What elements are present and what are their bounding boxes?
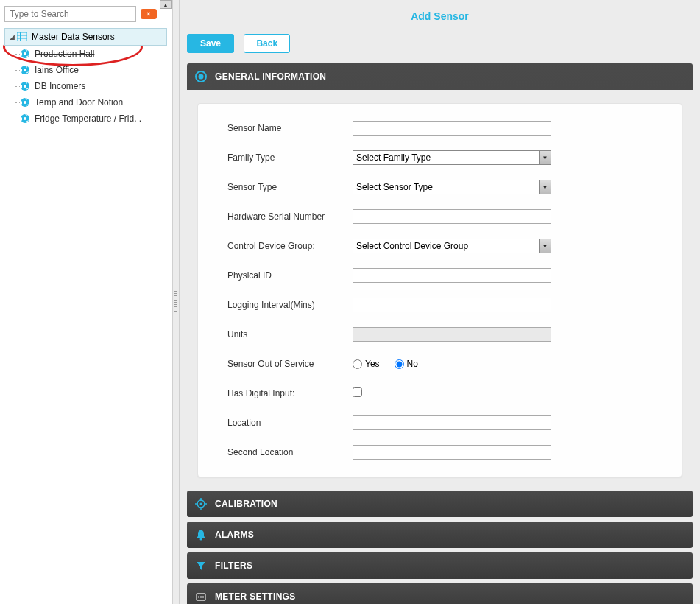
row-sensor-type: Sensor Type Select Sensor Type (227, 179, 660, 195)
select-control-device-group-value: Select Control Device Group (356, 241, 468, 251)
svg-point-12 (24, 101, 26, 104)
row-has-digital-input: Has Digital Input: (227, 385, 660, 401)
input-logging-interval[interactable] (353, 298, 551, 312)
radio-out-of-service-no[interactable] (395, 359, 404, 369)
tree-item-label: DB Incomers (35, 81, 85, 91)
select-sensor-type-value: Select Sensor Type (356, 182, 433, 192)
tree-item-label: Fridge Temperature / Frid. . (35, 113, 141, 124)
panel-general-information: GENERAL INFORMATION Sensor Name Family T… (187, 63, 693, 486)
tree-root-master-data-sensors[interactable]: ◢ Master Data Sensors (4, 28, 167, 46)
panel-header-alarms[interactable]: ALARMS (187, 522, 693, 548)
clear-search-button[interactable]: × (141, 9, 157, 19)
label-physical-id: Physical ID (227, 270, 353, 281)
tree-children: Production Hall Iains Office DB Incomers… (15, 46, 167, 127)
select-control-device-group[interactable]: Select Control Device Group (353, 239, 551, 253)
input-physical-id[interactable] (353, 268, 551, 283)
input-units (353, 327, 551, 342)
select-sensor-type[interactable]: Select Sensor Type (353, 180, 551, 194)
panel-title-filters: FILTERS (215, 561, 252, 571)
label-has-digital-input: Has Digital Input: (227, 388, 353, 398)
panel-title-calibration: CALIBRATION (215, 499, 277, 509)
label-sensor-type: Sensor Type (227, 182, 353, 192)
row-out-of-service: Sensor Out of Service Yes No (227, 356, 660, 372)
radio-out-of-service-yes[interactable] (353, 359, 362, 369)
grid-icon (17, 32, 27, 41)
tree-root-label: Master Data Sensors (32, 32, 115, 42)
label-sensor-name: Sensor Name (227, 123, 353, 133)
page-title: Add Sensor (187, 0, 693, 34)
sidebar: × ◢ Master Data Sensors Production Hall (0, 0, 172, 604)
sensor-icon (20, 65, 30, 75)
panel-body-general: Sensor Name Family Type Select Family Ty… (187, 90, 693, 486)
svg-point-8 (24, 69, 26, 71)
row-logging-interval: Logging Interval(Mins) (227, 297, 660, 313)
svg-rect-0 (17, 32, 27, 41)
radio-label-yes: Yes (365, 359, 380, 369)
row-control-device-group: Control Device Group: Select Control Dev… (227, 238, 660, 254)
input-sensor-name[interactable] (353, 121, 551, 136)
collapse-icon[interactable]: ◢ (8, 33, 15, 41)
svg-point-16 (199, 74, 204, 80)
chevron-down-icon (539, 151, 551, 164)
svg-point-6 (24, 52, 26, 55)
label-out-of-service: Sensor Out of Service (227, 359, 353, 369)
label-hardware-serial: Hardware Serial Number (227, 211, 353, 222)
tree-item-label: Production Hall (35, 49, 94, 59)
panel-header-filters[interactable]: FILTERS (187, 552, 693, 579)
sensor-icon (20, 81, 30, 91)
select-family-type[interactable]: Select Family Type (353, 150, 551, 165)
search-row: × (4, 6, 167, 22)
svg-point-23 (200, 538, 202, 541)
chevron-down-icon (539, 180, 551, 194)
input-location[interactable] (353, 415, 551, 430)
panel-header-meter-settings[interactable]: METER SETTINGS (187, 583, 693, 604)
select-family-type-value: Select Family Type (356, 152, 431, 163)
back-button[interactable]: Back (244, 34, 290, 53)
sidebar-scroll-up-button[interactable] (160, 0, 172, 9)
panel-calibration: CALIBRATION (187, 491, 693, 517)
checkbox-has-digital-input[interactable] (353, 387, 362, 397)
label-units: Units (227, 329, 353, 340)
row-sensor-name: Sensor Name (227, 120, 660, 136)
bell-icon (194, 528, 208, 541)
panel-header-calibration[interactable]: CALIBRATION (187, 491, 693, 517)
label-family-type: Family Type (227, 152, 353, 163)
meter-icon (194, 590, 208, 603)
tree-item-temp-and-door-notion[interactable]: Temp and Door Notion (20, 94, 167, 110)
panel-header-general[interactable]: GENERAL INFORMATION (187, 63, 693, 90)
splitter-handle[interactable] (172, 0, 180, 604)
main-content: Add Sensor Save Back GENERAL INFORMATION… (180, 0, 700, 604)
form-card: Sensor Name Family Type Select Family Ty… (197, 103, 682, 477)
sensor-icon (20, 113, 30, 124)
tree-item-label: Temp and Door Notion (35, 97, 123, 108)
tree-item-fridge-temperature[interactable]: Fridge Temperature / Frid. . (20, 110, 167, 127)
action-row: Save Back (187, 34, 693, 53)
svg-point-14 (24, 117, 26, 120)
tree-view: ◢ Master Data Sensors Production Hall Ia… (4, 28, 167, 127)
panel-title-alarms: ALARMS (215, 530, 254, 540)
row-second-location: Second Location (227, 444, 660, 460)
app-container: × ◢ Master Data Sensors Production Hall (0, 0, 700, 604)
input-hardware-serial[interactable] (353, 209, 551, 224)
label-control-device-group: Control Device Group: (227, 241, 353, 251)
row-physical-id: Physical ID (227, 267, 660, 284)
tree-item-db-incomers[interactable]: DB Incomers (20, 78, 167, 94)
row-hardware-serial: Hardware Serial Number (227, 208, 660, 225)
search-input[interactable] (4, 6, 136, 22)
tree-item-iains-office[interactable]: Iains Office (20, 62, 167, 78)
panel-meter-settings: METER SETTINGS (187, 583, 693, 604)
save-button[interactable]: Save (187, 34, 234, 53)
chevron-down-icon (539, 239, 551, 253)
row-family-type: Family Type Select Family Type (227, 150, 660, 166)
radio-active-icon (194, 70, 208, 83)
tree-item-label: Iains Office (35, 65, 79, 75)
sensor-icon (20, 97, 30, 108)
panel-alarms: ALARMS (187, 522, 693, 548)
filter-icon (194, 559, 208, 572)
sensor-icon (20, 49, 30, 59)
row-location: Location (227, 415, 660, 431)
panel-filters: FILTERS (187, 552, 693, 579)
input-second-location[interactable] (353, 445, 551, 460)
label-logging-interval: Logging Interval(Mins) (227, 300, 353, 310)
tree-item-production-hall[interactable]: Production Hall (20, 46, 167, 62)
